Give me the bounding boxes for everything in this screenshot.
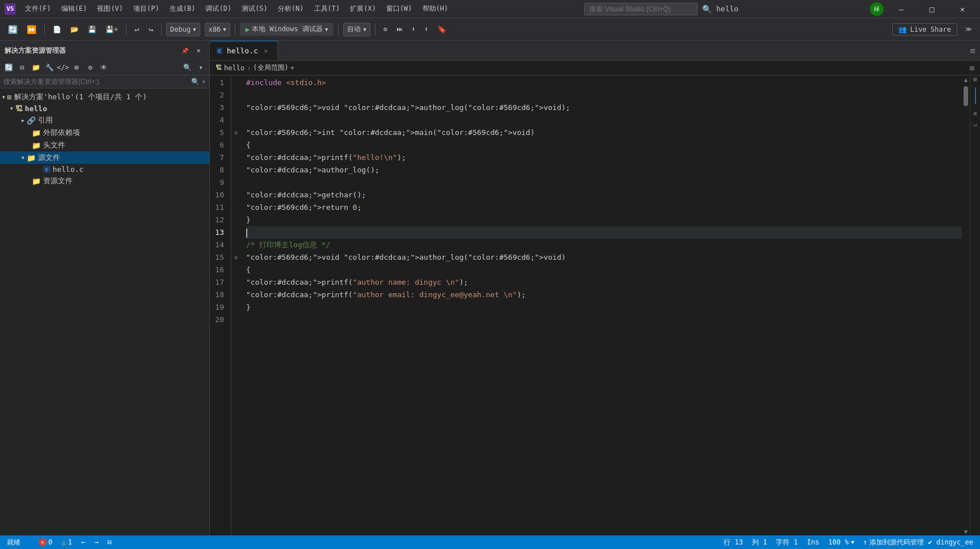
- filter-status-button[interactable]: ⊟: [105, 538, 113, 546]
- status-warnings[interactable]: ⚠ 1: [59, 538, 74, 547]
- headers-item[interactable]: 📁 头文件: [0, 139, 209, 151]
- redo-button[interactable]: ↪: [145, 24, 157, 35]
- undo-button[interactable]: ↩: [131, 24, 142, 35]
- code-line-15[interactable]: "color:#569cd6;">void "color:#dcdcaa;">a…: [246, 251, 962, 264]
- close-button[interactable]: ✕: [949, 0, 975, 18]
- auto-dropdown[interactable]: 自动 ▼: [343, 23, 370, 36]
- bookmark-button[interactable]: 🔖: [434, 24, 450, 35]
- sidebar-search-input[interactable]: [3, 78, 191, 86]
- code-line-3[interactable]: "color:#569cd6;">void "color:#dcdcaa;">a…: [246, 102, 962, 114]
- save-button[interactable]: 💾: [85, 24, 100, 35]
- git-status[interactable]: ↑ 添加到源代码管理 ✔ dingyc_ee: [861, 538, 975, 547]
- sidebar-close-button[interactable]: ✕: [192, 44, 205, 57]
- arch-dropdown[interactable]: x86 ▼: [205, 23, 230, 36]
- ext-deps-item[interactable]: 📁 外部依赖项: [0, 126, 209, 139]
- code-line-10[interactable]: "color:#dcdcaa;">getchar();: [246, 189, 962, 201]
- code-line-7[interactable]: "color:#dcdcaa;">printf("hello!\n");: [246, 151, 962, 164]
- breadcrumb-scope[interactable]: (全局范围) ▼: [253, 63, 294, 73]
- breadcrumb-project[interactable]: 🏗 hello: [216, 64, 244, 72]
- code-line-9[interactable]: [246, 176, 962, 189]
- sidebar-options-button[interactable]: ▾: [195, 61, 207, 74]
- status-ins[interactable]: Ins: [805, 538, 822, 546]
- debug-mode-dropdown[interactable]: Debug ▼: [166, 23, 200, 36]
- show-all-files-button[interactable]: 📁: [29, 61, 42, 74]
- code-line-6[interactable]: {: [246, 139, 962, 151]
- zoom-level[interactable]: 100 % ▼: [826, 538, 857, 546]
- step-out-button[interactable]: ⬆: [421, 24, 432, 34]
- scroll-down-button[interactable]: ▼: [962, 527, 970, 535]
- new-project-button[interactable]: 📄: [49, 24, 65, 35]
- code-line-18[interactable]: "color:#dcdcaa;">printf("author email: d…: [246, 289, 962, 301]
- code-editor[interactable]: #include <stdio.h> "color:#569cd6;">void…: [240, 75, 962, 535]
- code-line-1[interactable]: #include <stdio.h>: [246, 77, 962, 89]
- open-button[interactable]: 📂: [67, 24, 82, 35]
- code-line-14[interactable]: /* 打印博主log信息 */: [246, 239, 962, 251]
- sidebar-search-options[interactable]: ▾: [202, 78, 206, 86]
- properties-button[interactable]: 🔧: [43, 61, 56, 74]
- tab-list-button[interactable]: ≡: [965, 41, 980, 60]
- fold-marker-15[interactable]: ⊟: [231, 251, 240, 264]
- status-ready[interactable]: 就绪: [5, 538, 23, 547]
- status-col[interactable]: 列 1: [750, 538, 769, 547]
- project-item[interactable]: ▼ 🏗 hello: [0, 103, 209, 114]
- menu-debug[interactable]: 调试(D): [201, 2, 236, 16]
- resources-item[interactable]: 📁 资源文件: [0, 175, 209, 187]
- code-line-5[interactable]: "color:#569cd6;">int "color:#dcdcaa;">ma…: [246, 126, 962, 139]
- pin-button[interactable]: 📌: [179, 44, 191, 57]
- menu-analyze[interactable]: 分析(N): [273, 2, 309, 16]
- start-debugging-button[interactable]: ▶ 本地 Windows 调试器 ▼: [240, 23, 334, 36]
- filter-button[interactable]: ⊞: [70, 61, 83, 74]
- menu-file[interactable]: 文件(F): [20, 2, 56, 16]
- menu-edit[interactable]: 编辑(E): [57, 2, 92, 16]
- nav-next-button[interactable]: →: [92, 538, 100, 546]
- collapse-all-button[interactable]: ⊟: [16, 61, 28, 74]
- live-share-button[interactable]: 👥 Live Share: [892, 23, 957, 36]
- status-char[interactable]: 字符 1: [774, 538, 800, 547]
- sources-item[interactable]: ▼ 📁 源文件: [0, 151, 209, 164]
- nav-forward-button[interactable]: ⏩: [23, 24, 40, 35]
- code-line-8[interactable]: "color:#dcdcaa;">author_log();: [246, 164, 962, 176]
- tab-close-button[interactable]: ✕: [261, 47, 271, 56]
- code-line-16[interactable]: {: [246, 264, 962, 276]
- maximize-button[interactable]: □: [919, 0, 945, 18]
- search-sidebar-button[interactable]: 🔍: [181, 61, 193, 74]
- helloc-item[interactable]: c hello.c: [0, 164, 209, 175]
- format-button[interactable]: ≡: [973, 110, 977, 117]
- view-code-button[interactable]: </>: [57, 61, 69, 74]
- menu-tools[interactable]: 工具(T): [310, 2, 345, 16]
- user-avatar[interactable]: 緑: [870, 2, 884, 16]
- minimize-button[interactable]: —: [888, 0, 914, 18]
- status-errors[interactable]: ✕ 0: [36, 538, 54, 546]
- code-line-12[interactable]: }: [246, 214, 962, 226]
- nav-back-button[interactable]: 🔄: [5, 24, 21, 35]
- menu-help[interactable]: 帮助(H): [418, 2, 453, 16]
- code-line-11[interactable]: "color:#569cd6;">return 0;: [246, 201, 962, 214]
- fold-marker-5[interactable]: ⊟: [231, 126, 240, 139]
- code-line-19[interactable]: }: [246, 301, 962, 314]
- save-all-button[interactable]: 💾+: [102, 24, 121, 35]
- tab-helloc[interactable]: c hello.c ✕: [210, 41, 278, 60]
- split-editor-button[interactable]: ⊞: [970, 64, 974, 73]
- menu-project[interactable]: 项目(P): [129, 2, 164, 16]
- scroll-thumb[interactable]: [964, 86, 968, 106]
- menu-extensions[interactable]: 扩展(X): [345, 2, 381, 16]
- step-over-button[interactable]: ⏭: [393, 24, 406, 34]
- refs-item[interactable]: ▶ 🔗 引用: [0, 114, 209, 126]
- menu-test[interactable]: 测试(S): [237, 2, 272, 16]
- toggle-minimap-button[interactable]: ⊞: [971, 78, 979, 82]
- menu-window[interactable]: 窗口(W): [382, 2, 417, 16]
- status-line[interactable]: 行 13: [721, 538, 745, 547]
- word-wrap-button[interactable]: ↵: [973, 121, 977, 128]
- menu-build[interactable]: 生成(B): [165, 2, 200, 16]
- code-line-4[interactable]: [246, 114, 962, 126]
- code-line-20[interactable]: [246, 314, 962, 326]
- refresh-button[interactable]: 🔄: [2, 61, 15, 74]
- code-line-17[interactable]: "color:#dcdcaa;">printf("author name: di…: [246, 276, 962, 289]
- expand-toolbar-button[interactable]: ≫: [962, 24, 975, 34]
- preview-button[interactable]: 👁: [98, 61, 110, 74]
- scroll-up-button[interactable]: ▲: [962, 75, 970, 83]
- code-line-13[interactable]: [246, 226, 962, 239]
- global-search-input[interactable]: [584, 3, 698, 15]
- menu-view[interactable]: 视图(V): [92, 2, 128, 16]
- nav-prev-button[interactable]: ←: [79, 538, 87, 546]
